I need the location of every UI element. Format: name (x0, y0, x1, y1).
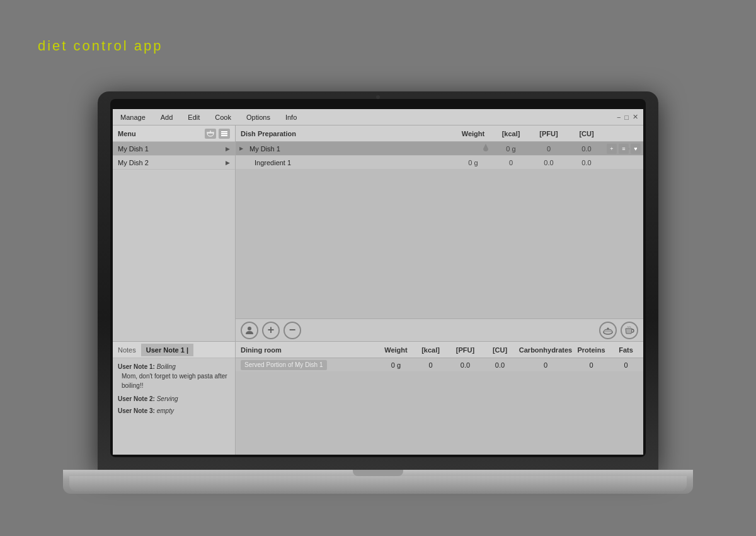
svg-rect-1 (221, 131, 227, 132)
dining-row-1-pfu: 0.0 (448, 361, 483, 369)
menu-header-icons (205, 129, 230, 139)
dish-prep-panel: Dish Preparation Weight [kcal] [PFU] [CU… (236, 125, 643, 341)
note-1: User Note 1: Boiling (118, 362, 230, 371)
menu-item-dish1[interactable]: My Dish 1 ▶ (113, 142, 235, 156)
add-button[interactable]: + (262, 322, 280, 339)
dining-header: Dining room Weight [kcal] [PFU] [CU] Car… (236, 342, 643, 358)
action-heart-icon[interactable]: ♥ (631, 144, 641, 154)
menu-bar: Manage Add Edit Cook Options Info − □ ✕ (113, 109, 643, 125)
dish-prep-header: Dish Preparation Weight [kcal] [PFU] [CU… (236, 125, 643, 142)
menu-item-dish2[interactable]: My Dish 2 ▶ (113, 156, 235, 170)
right-toolbar-buttons (599, 322, 638, 339)
notes-header: Notes User Note 1 | (113, 342, 235, 358)
dish-row-1-weight: 0 g (492, 145, 530, 153)
dish-row-1-actions: + ≡ ♥ (607, 144, 641, 154)
dining-col-header-fats: Fats (609, 346, 643, 354)
menu-item-dish1-arrow: ▶ (226, 146, 230, 152)
menu-list: My Dish 1 ▶ My Dish 2 ▶ (113, 142, 235, 341)
note-3-italic: empty (157, 407, 174, 414)
menu-icon-bowl[interactable] (205, 129, 216, 139)
notes-content: User Note 1: Boiling Mom, don't forget t… (113, 358, 235, 455)
dining-row-1[interactable]: Served Portion of My Dish 1 0 g 0 0.0 0.… (236, 358, 643, 372)
svg-point-4 (248, 327, 251, 330)
maximize-button[interactable]: □ (624, 114, 629, 121)
svg-rect-3 (221, 135, 227, 136)
dish-row-1-name: My Dish 1 (247, 145, 479, 153)
notes-panel: Notes User Note 1 | User Note 1: Boiling… (113, 342, 236, 455)
dining-col-header-pfu: [PFU] (448, 346, 483, 354)
action-add-icon[interactable]: + (607, 144, 617, 154)
dining-row-1-fats: 0 (609, 361, 643, 369)
dish-prep-body: ▶ My Dish 1 0 g 0 (236, 142, 643, 318)
svg-point-6 (607, 327, 609, 329)
note-1-label: User Note 1: (118, 363, 157, 370)
close-button[interactable]: ✕ (633, 113, 638, 121)
menu-item-dish1-label: My Dish 1 (118, 145, 149, 153)
person-button[interactable] (241, 322, 258, 339)
coffee-button[interactable] (621, 322, 638, 339)
bowl-button[interactable] (599, 322, 617, 339)
laptop-bezel: Manage Add Edit Cook Options Info − □ ✕ (110, 99, 646, 457)
laptop-body: Manage Add Edit Cook Options Info − □ ✕ (98, 91, 658, 470)
menu-edit[interactable]: Edit (185, 112, 202, 122)
dining-row-1-cu: 0.0 (483, 361, 517, 369)
left-panel: Menu (113, 125, 236, 341)
app-window: Manage Add Edit Cook Options Info − □ ✕ (113, 109, 643, 455)
svg-rect-2 (221, 133, 227, 134)
dining-panel: Dining room Weight [kcal] [PFU] [CU] Car… (236, 342, 643, 455)
dining-col-header-cu: [CU] (483, 346, 517, 354)
top-section: Menu (113, 125, 643, 341)
ingredient-row-1-weight: 0 g (454, 159, 492, 166)
dish-prep-toolbar: + − (236, 318, 643, 341)
menu-info[interactable]: Info (283, 112, 299, 122)
menu-manage[interactable]: Manage (118, 112, 148, 122)
main-content: Menu (113, 125, 643, 455)
note-1-body: Mom, don't forget to weigh pasta after b… (122, 373, 227, 389)
note-1-text: Mom, don't forget to weigh pasta after b… (118, 371, 230, 390)
note-1-italic: Boiling (157, 363, 176, 370)
laptop-base-bottom (69, 476, 687, 491)
menu-icon-list[interactable] (219, 129, 230, 139)
notes-tab-notes[interactable]: Notes (113, 344, 141, 356)
dining-col-header-name: Dining room (236, 346, 379, 354)
dining-col-header-carbs: Carbonhydrates (517, 346, 574, 354)
dining-row-1-name: Served Portion of My Dish 1 (236, 360, 379, 370)
ingredient-row-1-kcal: 0 (492, 159, 530, 166)
laptop-hinge (353, 470, 403, 476)
dining-col-header-proteins: Proteins (574, 346, 609, 354)
dining-row-1-weight: 0 g (379, 361, 413, 369)
col-header-pfu: [PFU] (530, 130, 568, 137)
note-3: User Note 3: empty (118, 406, 230, 416)
menu-options[interactable]: Options (244, 112, 273, 122)
ingredient-row-1-cu: 0.0 (568, 159, 605, 166)
ingredient-row-1-pfu: 0.0 (530, 159, 568, 166)
dining-row-1-proteins: 0 (574, 361, 609, 369)
note-2-italic: Serving (157, 395, 178, 402)
ingredient-row-1[interactable]: Ingredient 1 0 g 0 0.0 0.0 (236, 156, 643, 170)
bottom-section: Notes User Note 1 | User Note 1: Boiling… (113, 341, 643, 455)
menu-add[interactable]: Add (158, 112, 176, 122)
dining-row-1-carbs: 0 (517, 361, 574, 369)
dish-row-1-pfu: 0.0 (568, 145, 605, 153)
dining-col-header-weight: Weight (379, 346, 413, 354)
dish-row-1[interactable]: ▶ My Dish 1 0 g 0 (236, 142, 643, 156)
remove-button[interactable]: − (284, 322, 301, 339)
laptop-screen: Manage Add Edit Cook Options Info − □ ✕ (113, 109, 643, 455)
minimize-button[interactable]: − (617, 114, 621, 121)
app-title: diet control app (38, 38, 163, 54)
menu-item-dish2-arrow: ▶ (226, 160, 230, 166)
note-2: User Note 2: Serving (118, 394, 230, 404)
action-list-icon[interactable]: ≡ (619, 144, 629, 154)
menu-item-dish2-label: My Dish 2 (118, 159, 149, 166)
menu-cook[interactable]: Cook (212, 112, 234, 122)
play-icon: ▶ (236, 146, 247, 151)
window-controls: − □ ✕ (617, 113, 638, 121)
col-header-name: Dish Preparation (236, 130, 454, 137)
col-header-cu: [CU] (568, 130, 605, 137)
menu-panel-header: Menu (113, 125, 235, 142)
drop-icon (479, 144, 492, 154)
dining-row-1-kcal: 0 (413, 361, 448, 369)
note-2-label: User Note 2: (118, 395, 157, 402)
notes-tab-user-note[interactable]: User Note 1 | (141, 344, 193, 356)
served-portion-label: Served Portion of My Dish 1 (241, 360, 327, 370)
